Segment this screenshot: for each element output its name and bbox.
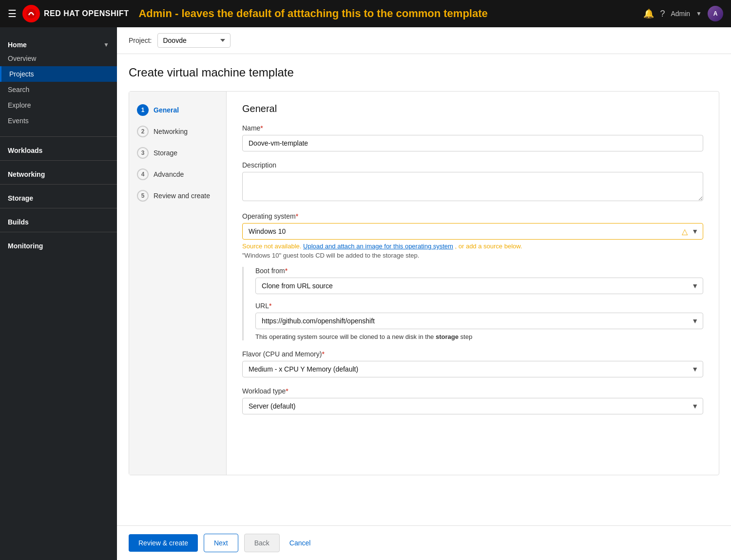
sidebar-home-label: Home bbox=[8, 41, 27, 49]
url-label: URL* bbox=[255, 302, 703, 310]
workload-field-group: Workload type* Server (default) ▼ bbox=[242, 387, 703, 414]
description-textarea[interactable] bbox=[242, 172, 703, 201]
step-3-label: Storage bbox=[154, 149, 177, 157]
step-3-num: 3 bbox=[137, 147, 149, 159]
name-label: Name* bbox=[242, 124, 703, 132]
wizard-step-3[interactable]: 3 Storage bbox=[129, 142, 226, 164]
logo-icon bbox=[22, 5, 40, 22]
source-link[interactable]: Upload and attach an image for this oper… bbox=[303, 243, 453, 250]
sidebar-divider-5 bbox=[0, 232, 117, 232]
wizard-nav: 1 General 2 Networking 3 Storage 4 Advan… bbox=[129, 92, 227, 475]
flavor-select-wrap: Medium - x CPU Y Memory (default) ▼ bbox=[242, 361, 703, 377]
sidebar-item-projects[interactable]: Projects bbox=[0, 66, 117, 82]
flavor-select[interactable]: Medium - x CPU Y Memory (default) bbox=[242, 361, 703, 377]
sidebar-monitoring-header[interactable]: Monitoring bbox=[0, 236, 117, 252]
step-4-num: 4 bbox=[137, 168, 149, 180]
sidebar-item-explore[interactable]: Explore bbox=[0, 97, 117, 113]
svg-point-0 bbox=[26, 9, 36, 19]
storage-note: This operating system source will be clo… bbox=[255, 333, 703, 340]
logo-area: RED HAT OPENSHIFT bbox=[22, 5, 129, 22]
step-1-label: General bbox=[154, 106, 179, 114]
flavor-field-group: Flavor (CPU and Memory)* Medium - x CPU … bbox=[242, 350, 703, 377]
sidebar-builds-label: Builds bbox=[8, 218, 29, 226]
sidebar-item-search[interactable]: Search bbox=[0, 82, 117, 97]
os-select-wrap: Windows 10 △ ▼ bbox=[242, 223, 703, 240]
main-content: Project: Doovde Create virtual machine t… bbox=[117, 27, 731, 560]
step-5-label: Review and create bbox=[154, 192, 210, 200]
app-body: Home ▼ Overview Projects Search Explore … bbox=[0, 27, 731, 560]
avatar[interactable]: A bbox=[708, 6, 723, 21]
os-field-group: Operating system* Windows 10 △ ▼ Source … bbox=[242, 212, 703, 340]
os-label: Operating system* bbox=[242, 212, 703, 220]
workload-select[interactable]: Server (default) bbox=[242, 398, 703, 414]
sidebar-item-events[interactable]: Events bbox=[0, 113, 117, 129]
step-5-num: 5 bbox=[137, 190, 149, 202]
admin-label[interactable]: Admin bbox=[671, 10, 690, 18]
name-input[interactable] bbox=[242, 135, 703, 151]
project-select[interactable]: Doovde bbox=[157, 33, 231, 48]
url-select[interactable]: https://github.com/openshift/openshift bbox=[255, 313, 703, 329]
step-2-label: Networking bbox=[154, 128, 188, 135]
project-label: Project: bbox=[129, 37, 152, 44]
project-bar: Project: Doovde bbox=[117, 27, 731, 54]
back-button: Back bbox=[244, 534, 280, 552]
sidebar-divider-4 bbox=[0, 208, 117, 208]
wizard-step-2[interactable]: 2 Networking bbox=[129, 121, 226, 142]
next-button[interactable]: Next bbox=[204, 534, 238, 552]
admin-chevron-icon[interactable]: ▼ bbox=[696, 10, 702, 17]
description-field-group: Description bbox=[242, 161, 703, 203]
step-4-label: Advancde bbox=[154, 170, 184, 178]
sidebar-item-projects-label: Projects bbox=[9, 70, 34, 78]
boot-from-select-wrap: Clone from URL source ▼ bbox=[255, 278, 703, 294]
step-1-num: 1 bbox=[137, 104, 149, 116]
wizard-body: General Name* Description bbox=[227, 92, 719, 475]
sidebar-monitoring-label: Monitoring bbox=[8, 242, 43, 250]
sidebar-workloads-header[interactable]: Workloads bbox=[0, 141, 117, 156]
sidebar-item-explore-label: Explore bbox=[8, 101, 31, 109]
sidebar-divider-1 bbox=[0, 136, 117, 137]
help-icon[interactable]: ? bbox=[660, 9, 665, 19]
wizard-step-5[interactable]: 5 Review and create bbox=[129, 185, 226, 206]
sidebar-storage-header[interactable]: Storage bbox=[0, 188, 117, 204]
description-label: Description bbox=[242, 161, 703, 169]
sidebar-divider-3 bbox=[0, 184, 117, 185]
wizard-footer: Review & create Next Back Cancel bbox=[117, 525, 731, 560]
sidebar-home-header[interactable]: Home ▼ bbox=[0, 35, 117, 51]
notifications-icon[interactable]: 🔔 bbox=[643, 8, 654, 19]
wizard-section-title: General bbox=[242, 103, 703, 114]
step-2-num: 2 bbox=[137, 126, 149, 137]
boot-from-group: Boot from* Clone from URL source ▼ bbox=[255, 267, 703, 294]
wizard: 1 General 2 Networking 3 Storage 4 Advan… bbox=[129, 91, 719, 475]
sidebar-home-group: Home ▼ Overview Projects Search Explore … bbox=[0, 31, 117, 132]
boot-from-label: Boot from* bbox=[255, 267, 703, 275]
boot-from-select[interactable]: Clone from URL source bbox=[255, 278, 703, 294]
guest-tools-note: "Windows 10" guest tools CD will be adde… bbox=[242, 252, 703, 259]
name-required: * bbox=[260, 124, 263, 132]
page-title: Create virtual machine template bbox=[129, 66, 719, 79]
bottom-padding bbox=[242, 424, 703, 463]
sidebar-item-search-label: Search bbox=[8, 86, 29, 93]
os-select[interactable]: Windows 10 bbox=[242, 223, 703, 240]
wizard-step-1[interactable]: 1 General bbox=[129, 99, 226, 121]
os-required: * bbox=[296, 212, 298, 220]
sidebar-storage-label: Storage bbox=[8, 194, 33, 202]
top-nav: ☰ RED HAT OPENSHIFT Admin - leaves the d… bbox=[0, 0, 731, 27]
page-content: Create virtual machine template 1 Genera… bbox=[117, 54, 731, 487]
sidebar-builds-header[interactable]: Builds bbox=[0, 212, 117, 228]
wizard-step-4[interactable]: 4 Advancde bbox=[129, 164, 226, 185]
sidebar-networking-label: Networking bbox=[8, 170, 45, 178]
name-field-group: Name* bbox=[242, 124, 703, 151]
review-create-button[interactable]: Review & create bbox=[129, 534, 198, 552]
workload-select-wrap: Server (default) ▼ bbox=[242, 398, 703, 414]
sidebar-networking-header[interactable]: Networking bbox=[0, 165, 117, 180]
url-field-group: URL* https://github.com/openshift/opensh… bbox=[255, 302, 703, 340]
storage-note-bold: storage bbox=[436, 333, 459, 340]
home-chevron-icon: ▼ bbox=[103, 41, 109, 48]
boot-sub-form: Boot from* Clone from URL source ▼ bbox=[242, 267, 703, 340]
hamburger-icon[interactable]: ☰ bbox=[8, 8, 17, 19]
cancel-button[interactable]: Cancel bbox=[286, 534, 315, 552]
sidebar-item-overview[interactable]: Overview bbox=[0, 51, 117, 66]
logo-text: RED HAT OPENSHIFT bbox=[44, 9, 129, 18]
sidebar-divider-2 bbox=[0, 160, 117, 161]
top-nav-right: 🔔 ? Admin ▼ A bbox=[643, 6, 723, 21]
